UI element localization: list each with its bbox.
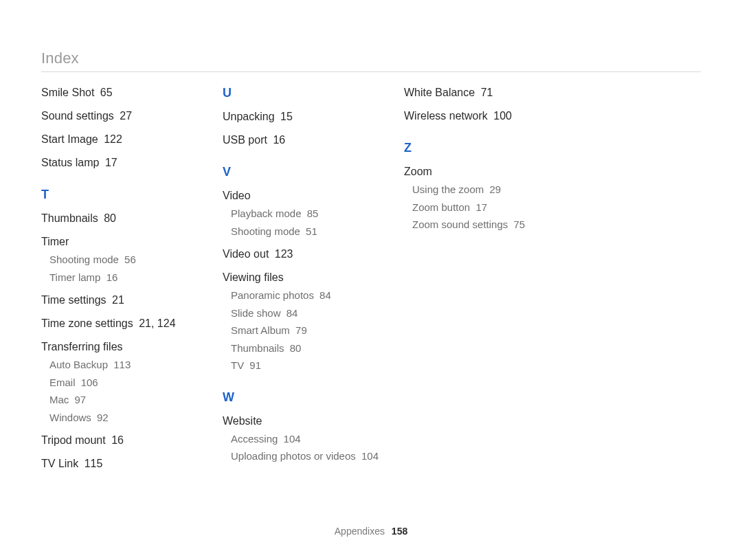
entry-label: Smile Shot (41, 87, 94, 98)
sub-block: Accessing 104 Uploading photos or videos… (223, 432, 387, 463)
entry-label: Thumbnails (41, 212, 98, 224)
entry-label: USB port (223, 134, 267, 146)
subentry-page: 79 (295, 324, 307, 336)
sub-block: Panoramic photos 84 Slide show 84 Smart … (223, 289, 387, 372)
footer-page-number: 158 (392, 526, 407, 537)
subentry-label: TV (231, 359, 244, 371)
index-letter-w: W (223, 390, 387, 405)
entry-page: 123 (275, 248, 293, 260)
index-subentry: Shooting mode 51 (231, 225, 387, 238)
entry-label: Tripod mount (41, 434, 106, 446)
index-columns: Smile Shot 65 Sound settings 27 Start Im… (41, 86, 701, 480)
index-letter-u: U (223, 86, 387, 100)
index-entry-heading: Zoom (404, 165, 569, 179)
index-entry: Start Image 122 (41, 133, 206, 146)
footer-section: Appendixes (335, 526, 385, 537)
subentry-page: 56 (124, 254, 136, 265)
subentry-page: 84 (319, 289, 331, 301)
index-subentry: Timer lamp 16 (49, 271, 206, 284)
index-letter-t: T (41, 188, 206, 202)
index-column-3: White Balance 71 Wireless network 100 Z … (404, 86, 569, 480)
index-subentry: TV 91 (231, 359, 387, 372)
index-entry: Smile Shot 65 (41, 86, 206, 100)
index-entry: Sound settings 27 (41, 109, 206, 123)
index-subentry: Slide show 84 (231, 306, 387, 320)
index-subentry: Windows 92 (49, 411, 206, 425)
entry-page: 15 (280, 111, 293, 122)
footer: Appendixes 158 (0, 526, 742, 537)
entry-label: Video out (223, 248, 269, 260)
sub-block: Shooting mode 56 Timer lamp 16 (41, 253, 206, 284)
subentry-label: Zoom sound settings (412, 219, 508, 230)
subentry-page: 16 (106, 271, 118, 283)
subentry-page: 97 (75, 394, 87, 405)
sub-block: Playback mode 85 Shooting mode 51 (223, 207, 387, 238)
index-entry: Tripod mount 16 (41, 434, 206, 447)
page-title: Index (41, 49, 701, 72)
entry-label: Start Image (41, 133, 98, 145)
subentry-label: Windows (49, 412, 91, 423)
index-subentry: Accessing 104 (231, 432, 387, 446)
index-entry: Status lamp 17 (41, 156, 206, 170)
index-column-1: Smile Shot 65 Sound settings 27 Start Im… (41, 86, 206, 480)
index-letter-v: V (223, 165, 387, 179)
index-subentry: Shooting mode 56 (49, 253, 206, 267)
index-subentry: Smart Album 79 (231, 324, 387, 337)
entry-page: 16 (111, 434, 124, 446)
index-entry: Video out 123 (223, 247, 387, 261)
subentry-label: Using the zoom (412, 183, 484, 195)
entry-label: Sound settings (41, 110, 114, 122)
subentry-label: Smart Album (231, 324, 290, 336)
index-entry: Unpacking 15 (223, 110, 387, 124)
subentry-label: Mac (49, 394, 69, 405)
index-entry-heading: Timer (41, 235, 206, 249)
index-subentry: Thumbnails 80 (231, 341, 387, 355)
entry-page: 122 (104, 133, 122, 145)
subentry-label: Timer lamp (49, 271, 100, 283)
index-entry: Thumbnails 80 (41, 212, 206, 225)
subentry-page: 29 (489, 183, 501, 195)
index-subentry: Using the zoom 29 (412, 183, 569, 197)
entry-page: 71 (481, 87, 493, 98)
subentry-page: 104 (361, 450, 379, 462)
index-entry-heading: Video (223, 189, 387, 203)
index-page: Index Smile Shot 65 Sound settings 27 St… (0, 0, 742, 560)
sub-block: Auto Backup 113 Email 106 Mac 97 Windows… (41, 358, 206, 424)
index-subentry: Email 106 (49, 376, 206, 390)
index-letter-z: Z (404, 141, 569, 155)
sub-block: Using the zoom 29 Zoom button 17 Zoom so… (404, 183, 569, 232)
subentry-page: 80 (290, 342, 302, 354)
subentry-label: Thumbnails (231, 342, 284, 354)
entry-page: 16 (273, 134, 285, 146)
subentry-page: 91 (249, 359, 261, 371)
subentry-page: 104 (284, 433, 301, 445)
subentry-page: 75 (513, 219, 525, 230)
index-entry-heading: Website (223, 414, 387, 428)
index-entry: Wireless network 100 (404, 109, 569, 123)
index-column-2: U Unpacking 15 USB port 16 V Video Playb… (223, 86, 387, 480)
entry-page: 21 (112, 294, 124, 306)
index-subentry: Panoramic photos 84 (231, 289, 387, 302)
entry-label: Unpacking (223, 111, 275, 122)
subentry-page: 92 (97, 412, 109, 423)
subentry-label: Auto Backup (49, 359, 108, 370)
subentry-label: Playback mode (231, 208, 302, 219)
entry-page: 100 (493, 110, 512, 122)
subentry-label: Uploading photos or videos (231, 450, 356, 462)
index-subentry: Auto Backup 113 (49, 358, 206, 372)
index-subentry: Zoom button 17 (412, 201, 569, 214)
index-subentry: Uploading photos or videos 104 (231, 449, 387, 463)
subentry-page: 51 (306, 225, 317, 237)
index-entry-heading: Transferring files (41, 340, 206, 354)
subentry-label: Shooting mode (49, 254, 119, 265)
subentry-label: Zoom button (412, 201, 470, 213)
index-entry: USB port 16 (223, 133, 387, 147)
index-subentry: Playback mode 85 (231, 207, 387, 221)
index-entry: TV Link 115 (41, 457, 206, 471)
entry-label: Time zone settings (41, 317, 133, 329)
index-entry: Time zone settings 21, 124 (41, 317, 206, 331)
subentry-label: Email (49, 377, 76, 388)
subentry-page: 84 (286, 307, 298, 319)
subentry-label: Slide show (231, 307, 281, 319)
index-entry-heading: Viewing files (223, 271, 387, 284)
